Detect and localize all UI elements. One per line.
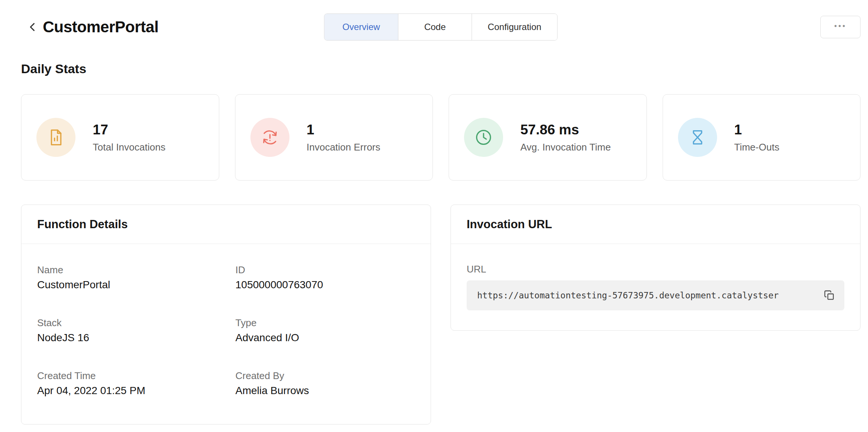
stat-value: 57.86 ms [520,122,611,138]
field-label: Stack [37,317,235,329]
invocation-url-text: https://automationtesting-57673975.devel… [477,291,834,300]
invocation-url-title: Invocation URL [467,218,552,231]
stat-card-total-invocations: 17 Total Invocations [21,94,219,181]
stat-card-invocation-errors: 1 Invocation Errors [235,94,433,181]
tab-configuration[interactable]: Configuration [472,14,557,40]
invocation-url-body: URL https://automationtesting-57673975.d… [451,244,860,310]
stat-card-time-outs: 1 Time-Outs [663,94,861,181]
ellipsis-icon: ••• [834,22,847,30]
page-header: CustomerPortal Overview Code Configurati… [21,14,860,41]
panel-header: Invocation URL [451,205,860,244]
field-label: Name [37,264,235,276]
field-value: 105000000763070 [235,279,415,291]
panel-header: Function Details [21,205,431,244]
field-value: NodeJS 16 [37,332,235,344]
field-label: Type [235,317,415,329]
field-stack: Stack NodeJS 16 [37,317,235,344]
stat-text: 1 Invocation Errors [307,122,381,153]
field-value: Amelia Burrows [235,385,415,397]
stat-value: 1 [734,122,779,138]
back-button[interactable] [24,18,41,36]
copy-icon [823,289,835,301]
sync-error-icon [250,118,289,157]
chevron-left-icon [26,21,39,33]
stat-value: 17 [93,122,166,138]
field-value: CustomerPortal [37,279,235,291]
document-chart-icon [36,118,75,157]
field-label: Created By [235,370,415,382]
field-created-time: Created Time Apr 04, 2022 01:25 PM [37,370,235,397]
field-type: Type Advanced I/O [235,317,415,344]
url-label: URL [467,263,844,275]
tab-overview[interactable]: Overview [324,14,398,40]
stat-text: 57.86 ms Avg. Invocation Time [520,122,611,153]
tab-code[interactable]: Code [398,14,472,40]
invocation-url-panel: Invocation URL URL https://automationtes… [451,205,860,331]
field-created-by: Created By Amelia Burrows [235,370,415,397]
function-details-fields: Name CustomerPortal ID 105000000763070 S… [21,244,431,397]
page-title: CustomerPortal [43,18,158,36]
invocation-url-box: https://automationtesting-57673975.devel… [467,280,844,310]
stat-label: Avg. Invocation Time [520,141,611,153]
field-label: ID [235,264,415,276]
stat-text: 17 Total Invocations [93,122,166,153]
detail-panels: Function Details Name CustomerPortal ID … [21,205,860,424]
stats-grid: 17 Total Invocations 1 Invocation Errors [21,94,860,181]
stat-label: Total Invocations [93,141,166,153]
field-value: Advanced I/O [235,332,415,344]
field-id: ID 105000000763070 [235,264,415,291]
stat-label: Time-Outs [734,141,779,153]
stat-text: 1 Time-Outs [734,122,779,153]
hourglass-icon [678,118,717,157]
stat-card-avg-invocation-time: 57.86 ms Avg. Invocation Time [449,94,647,181]
function-details-panel: Function Details Name CustomerPortal ID … [21,205,431,424]
tab-group: Overview Code Configuration [324,14,558,41]
function-details-title: Function Details [37,218,128,231]
clock-icon [464,118,503,157]
page: CustomerPortal Overview Code Configurati… [0,14,868,424]
field-value: Apr 04, 2022 01:25 PM [37,385,235,397]
stat-label: Invocation Errors [307,141,381,153]
copy-url-button[interactable] [822,288,837,303]
field-label: Created Time [37,370,235,382]
more-options-button[interactable]: ••• [820,16,860,38]
daily-stats-title: Daily Stats [21,62,860,76]
stat-value: 1 [307,122,381,138]
field-name: Name CustomerPortal [37,264,235,291]
